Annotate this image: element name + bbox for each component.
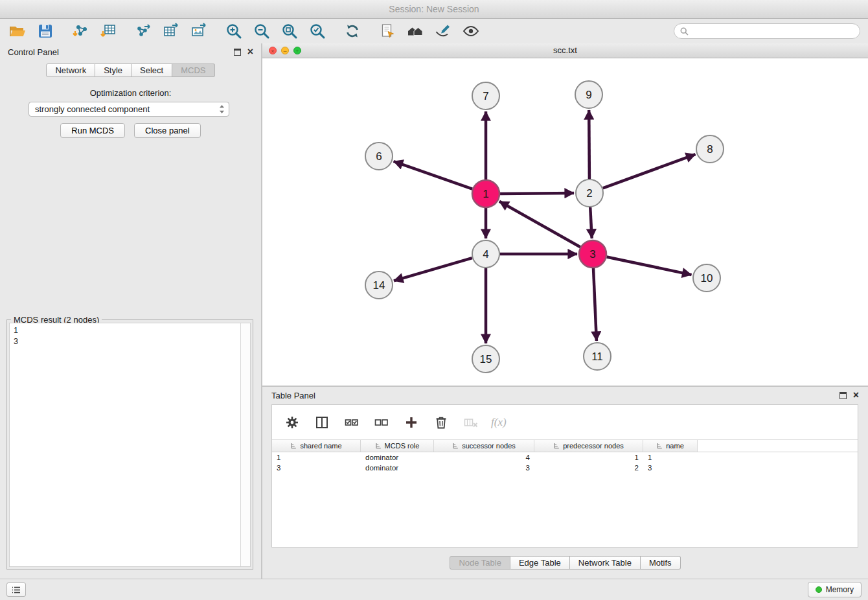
tab-network[interactable]: Network: [46, 63, 95, 77]
graph-edge-1-6[interactable]: [394, 161, 473, 189]
delete-table-button[interactable]: [461, 413, 481, 432]
cell-successor-nodes[interactable]: 4: [434, 454, 534, 461]
graph-edge-3-11[interactable]: [593, 268, 597, 341]
float-panel-icon[interactable]: [234, 49, 241, 56]
run-mcds-button[interactable]: Run MCDS: [60, 123, 125, 138]
panel-menu-button[interactable]: [6, 583, 26, 597]
graph-node-9[interactable]: 9: [575, 81, 602, 108]
save-session-button[interactable]: [36, 21, 55, 41]
import-network-button[interactable]: [71, 21, 90, 41]
network-canvas[interactable]: 7968124310141511: [262, 58, 868, 386]
export-table-button[interactable]: [161, 21, 181, 41]
float-table-panel-icon[interactable]: [839, 392, 847, 399]
select-all-button[interactable]: [342, 413, 361, 432]
network-view-window: × – + scc.txt 7968124310141511: [262, 43, 868, 386]
add-column-button[interactable]: [402, 413, 421, 432]
zoom-fit-button[interactable]: [280, 21, 299, 41]
eye-button[interactable]: [461, 21, 481, 41]
search-input[interactable]: [692, 26, 854, 36]
main-toolbar: [0, 19, 868, 44]
graph-edge-1-2[interactable]: [500, 193, 574, 194]
node-table-box: f(x) shared name MCDS role: [271, 404, 858, 548]
graph-edge-2-9[interactable]: [589, 110, 589, 179]
column-tree-icon: [553, 443, 560, 450]
window-close-icon[interactable]: ×: [269, 47, 277, 54]
node-label: 9: [586, 89, 591, 101]
graph-node-15[interactable]: 15: [472, 345, 499, 373]
table-panel: Table Panel ×: [262, 387, 868, 579]
close-panel-icon[interactable]: ×: [247, 47, 253, 56]
tab-edge-table[interactable]: Edge Table: [510, 556, 570, 570]
home-network-button[interactable]: [405, 21, 425, 41]
delete-table-icon: [464, 415, 478, 430]
graph-node-11[interactable]: 11: [584, 343, 611, 370]
column-header-mcds-role[interactable]: MCDS role: [361, 440, 434, 452]
cell-predecessor-nodes[interactable]: 2: [534, 464, 643, 472]
window-maximize-icon[interactable]: +: [293, 47, 301, 54]
document-button[interactable]: [378, 21, 397, 41]
node-label: 2: [586, 187, 592, 200]
control-panel-header: Control Panel ×: [0, 43, 261, 60]
application-window: Session: New Session: [0, 0, 868, 600]
delete-column-button[interactable]: [431, 413, 451, 432]
function-builder-button[interactable]: f(x): [491, 416, 507, 429]
cell-mcds-role[interactable]: dominator: [361, 454, 434, 461]
graph-edge-3-1[interactable]: [499, 202, 580, 247]
refresh-layout-button[interactable]: [343, 21, 362, 41]
cell-shared-name[interactable]: 1: [272, 454, 361, 461]
close-table-panel-icon[interactable]: ×: [853, 391, 859, 400]
table-row[interactable]: 3 dominator 3 2 3: [272, 463, 858, 473]
list-icon: [12, 586, 21, 594]
cell-name[interactable]: 1: [643, 454, 698, 461]
search-field[interactable]: [674, 23, 860, 39]
graph-edge-2-3[interactable]: [590, 207, 592, 238]
memory-status-icon: [816, 586, 822, 593]
graph-node-1[interactable]: 1: [472, 180, 499, 207]
tab-node-table[interactable]: Node Table: [450, 556, 510, 570]
memory-button[interactable]: Memory: [808, 582, 862, 597]
column-header-name[interactable]: name: [643, 440, 698, 452]
open-session-button[interactable]: [8, 21, 27, 41]
graph-edge-2-8[interactable]: [603, 154, 696, 188]
graph-node-10[interactable]: 10: [693, 264, 720, 292]
graph-edge-3-10[interactable]: [607, 257, 692, 275]
cell-name[interactable]: 3: [643, 464, 698, 472]
tab-network-table[interactable]: Network Table: [570, 556, 641, 570]
cell-mcds-role[interactable]: dominator: [361, 464, 434, 472]
window-minimize-icon[interactable]: –: [281, 47, 289, 54]
optimization-criterion-select[interactable]: strongly connected component: [29, 102, 229, 117]
table-row[interactable]: 1 dominator 4 1 1: [272, 452, 858, 463]
graph-edge-4-14[interactable]: [394, 258, 472, 281]
graph-node-14[interactable]: 14: [365, 271, 393, 299]
deselect-all-button[interactable]: [372, 413, 391, 432]
show-columns-button[interactable]: [312, 413, 332, 432]
cell-shared-name[interactable]: 3: [272, 464, 361, 472]
tab-motifs[interactable]: Motifs: [641, 556, 681, 570]
tab-style[interactable]: Style: [95, 63, 131, 77]
column-header-predecessor-nodes[interactable]: predecessor nodes: [534, 440, 643, 452]
zoom-selected-button[interactable]: [308, 21, 327, 41]
refresh-layout-icon: [344, 23, 361, 40]
tab-mcds[interactable]: MCDS: [172, 63, 214, 77]
column-header-shared-name[interactable]: shared name: [272, 440, 361, 452]
export-network-button[interactable]: [133, 21, 153, 41]
column-header-successor-nodes[interactable]: successor nodes: [434, 440, 534, 452]
zoom-out-button[interactable]: [252, 21, 271, 41]
graph-node-8[interactable]: 8: [696, 135, 724, 163]
zoom-in-button[interactable]: [224, 21, 244, 41]
result-scrollbar[interactable]: [240, 323, 250, 566]
graph-node-2[interactable]: 2: [576, 179, 603, 207]
export-image-button[interactable]: [189, 21, 209, 41]
graph-node-3[interactable]: 3: [579, 240, 606, 268]
style-brush-button[interactable]: [433, 21, 453, 41]
tab-select[interactable]: Select: [131, 63, 172, 77]
graph-node-4[interactable]: 4: [472, 240, 499, 268]
graph-node-6[interactable]: 6: [365, 143, 393, 170]
close-panel-button[interactable]: Close panel: [134, 123, 201, 138]
mcds-result-text[interactable]: 1 3: [10, 323, 240, 566]
table-settings-button[interactable]: [282, 413, 302, 432]
import-table-button[interactable]: [98, 21, 118, 41]
cell-successor-nodes[interactable]: 3: [434, 464, 534, 472]
cell-predecessor-nodes[interactable]: 1: [534, 454, 643, 461]
graph-node-7[interactable]: 7: [472, 82, 499, 110]
